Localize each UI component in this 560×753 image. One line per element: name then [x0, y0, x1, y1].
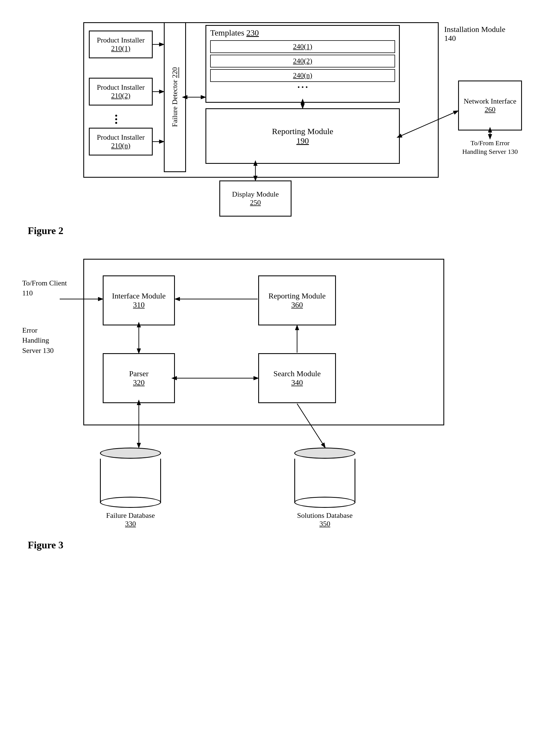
search-340-box: Search Module 340 — [258, 353, 336, 403]
display-name: Display Module — [232, 190, 279, 199]
reporting-190-box: Reporting Module 190 — [205, 108, 400, 164]
figure2-label: Figure 2 — [28, 225, 543, 237]
display-module-box: Display Module 250 — [219, 180, 292, 217]
interface310-num: 310 — [133, 300, 145, 309]
template-2-num: 240(2) — [293, 57, 312, 65]
template-n-num: 240(n) — [293, 71, 312, 79]
display-num: 250 — [250, 199, 261, 207]
figure3-diagram: To/From Client 110 Error Handling Server… — [17, 253, 544, 531]
figure2-section: Product Installer 210(1) Product Install… — [17, 17, 543, 237]
network-num: 260 — [485, 105, 496, 114]
interface310-name: Interface Module — [112, 292, 166, 300]
failure-detector-box: Failure Detector 220 — [164, 22, 186, 172]
templates-title: Templates 230 — [206, 26, 399, 39]
reporting-360-box: Reporting Module 360 — [258, 275, 336, 325]
error-label-3: Server 130 — [22, 346, 54, 356]
pi2-name: Product Installer — [97, 83, 145, 92]
tofrom-client-line2: 110 — [22, 288, 67, 298]
install-module-label: Installation Module 140 — [444, 25, 508, 43]
solutions-db-bottom — [294, 497, 355, 508]
error-label-2: Handling — [22, 335, 54, 345]
product-installer-1: Product Installer 210(1) — [89, 31, 153, 58]
pi1-name: Product Installer — [97, 36, 145, 44]
failure-db-name: Failure Database — [106, 512, 155, 520]
product-installer-2: Product Installer 210(2) — [89, 78, 153, 105]
interface-310-box: Interface Module 310 — [103, 275, 175, 325]
parser-320-box: Parser 320 — [103, 353, 175, 403]
search340-num: 340 — [291, 378, 303, 387]
solutions-db: Solutions Database 350 — [294, 448, 355, 528]
reporting360-num: 360 — [291, 300, 303, 309]
failure-db-num: 330 — [106, 520, 155, 528]
figure2-diagram: Product Installer 210(1) Product Install… — [17, 17, 544, 217]
failure-db-bottom — [100, 497, 161, 508]
parser320-num: 320 — [133, 378, 145, 387]
template-item-n: 240(n) — [210, 69, 395, 82]
reporting-190-num: 190 — [297, 136, 309, 145]
failure-detector-label: Failure Detector 220 — [171, 67, 179, 127]
error-server-label: Error Handling Server 130 — [22, 325, 54, 356]
solutions-db-top — [294, 448, 355, 459]
search340-name: Search Module — [274, 369, 321, 378]
network-interface-box: Network Interface 260 — [458, 80, 522, 131]
solutions-db-name: Solutions Database — [297, 512, 353, 520]
solutions-db-num: 350 — [297, 520, 353, 528]
tofrom-client-label: To/From Client 110 — [22, 278, 67, 298]
failure-db-label: Failure Database 330 — [106, 512, 155, 528]
tofrom-error-label: To/From Error Handling Server 130 — [458, 139, 522, 156]
network-name: Network Interface — [464, 97, 516, 105]
reporting-190-title: Reporting Module — [272, 126, 334, 136]
figure3-section: To/From Client 110 Error Handling Server… — [17, 253, 543, 551]
parser320-name: Parser — [129, 369, 148, 378]
figure3-label: Figure 3 — [28, 539, 543, 551]
templates-box: Templates 230 240(1) 240(2) 240(n) • • • — [205, 25, 400, 103]
failure-db-top — [100, 448, 161, 459]
failure-db: Failure Database 330 — [100, 448, 161, 528]
error-label-1: Error — [22, 325, 54, 335]
pi2-num: 210(2) — [111, 92, 130, 100]
reporting360-name: Reporting Module — [268, 292, 326, 300]
pi1-num: 210(1) — [111, 44, 130, 53]
tofrom-client-line1: To/From Client — [22, 278, 67, 288]
pin-num: 210(n) — [111, 142, 130, 150]
template-1-num: 240(1) — [293, 42, 312, 51]
template-item-1: 240(1) — [210, 40, 395, 53]
product-installer-n: Product Installer 210(n) — [89, 128, 153, 156]
failure-db-body — [100, 459, 161, 503]
template-dots: • • • — [206, 84, 399, 91]
dots-pi — [115, 113, 117, 126]
solutions-db-label: Solutions Database 350 — [297, 512, 353, 528]
template-item-2: 240(2) — [210, 55, 395, 67]
pin-name: Product Installer — [97, 133, 145, 142]
solutions-db-body — [294, 459, 355, 503]
